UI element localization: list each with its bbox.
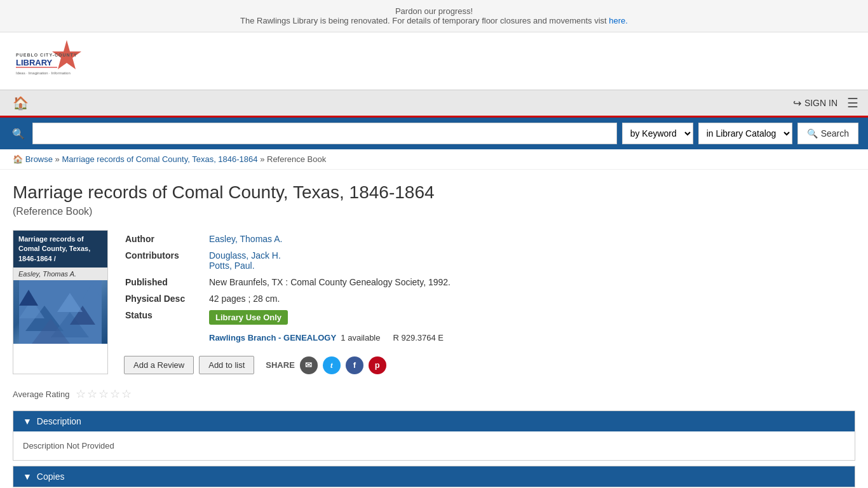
book-details: Marriage records of Comal County, Texas,… (13, 230, 855, 374)
star-rating: ☆ ☆ ☆ ☆ ☆ (76, 387, 132, 401)
site-logo: PUEBLO CITY-COUNTY LIBRARY Ideas · Imagi… (13, 39, 95, 83)
cover-artwork (19, 280, 102, 344)
author-value: Easley, Thomas A. (209, 231, 854, 247)
author-link[interactable]: Easley, Thomas A. (209, 234, 282, 244)
svg-text:PUEBLO CITY-COUNTY: PUEBLO CITY-COUNTY (16, 53, 78, 57)
description-body: Description Not Provided (13, 431, 855, 460)
sign-in-label: SIGN IN (804, 98, 837, 108)
contributors-row: Contributors Douglass, Jack H. Potts, Pa… (125, 248, 854, 273)
breadcrumb-item2: Reference Book (267, 154, 326, 164)
logo-container: PUEBLO CITY-COUNTY LIBRARY Ideas · Imagi… (13, 39, 95, 83)
star-3[interactable]: ☆ (98, 387, 109, 401)
copies-section: ▼ Copies (13, 466, 855, 487)
share-label: SHARE (266, 360, 295, 370)
share-facebook-button[interactable]: f (346, 356, 363, 374)
add-review-button[interactable]: Add a Review (124, 356, 194, 374)
rating-row: Average Rating ☆ ☆ ☆ ☆ ☆ (13, 387, 855, 401)
search-input[interactable] (32, 123, 617, 144)
breadcrumb-home-icon: 🏠 (13, 154, 23, 164)
share-pinterest-button[interactable]: p (369, 356, 386, 374)
description-section: ▼ Description Description Not Provided (13, 410, 855, 461)
svg-text:Ideas · Imagination · Informat: Ideas · Imagination · Information (16, 71, 71, 75)
share-section: SHARE ✉ t f p (266, 356, 386, 374)
description-text: Description Not Provided (23, 441, 114, 451)
search-button[interactable]: 🔍 Search (797, 123, 858, 144)
author-row: Author Easley, Thomas A. (125, 231, 854, 247)
info-table: Author Easley, Thomas A. Contributors Do… (124, 230, 855, 346)
breadcrumb-sep2: » (260, 154, 267, 164)
star-5[interactable]: ☆ (121, 387, 132, 401)
share-email-button[interactable]: ✉ (300, 356, 318, 374)
search-icon: 🔍 (12, 128, 25, 139)
description-header-label: Description (37, 416, 81, 426)
copies-chevron-icon: ▼ (23, 471, 32, 482)
svg-text:LIBRARY: LIBRARY (16, 58, 53, 67)
banner-line2: The Rawlings Library is being renovated.… (13, 16, 855, 25)
contributor2-link[interactable]: Potts, Paul. (209, 261, 255, 271)
copies-header-label: Copies (37, 471, 65, 482)
availability-row: Rawlings Branch - GENEALOGY 1 available … (209, 333, 854, 342)
pinterest-icon: p (375, 360, 380, 370)
branch-info: Rawlings Branch - GENEALOGY 1 available (209, 333, 380, 342)
site-header: PUEBLO CITY-COUNTY LIBRARY Ideas · Imagi… (0, 32, 868, 90)
cover-author: Easley, Thomas A. (13, 268, 107, 280)
share-twitter-button[interactable]: t (323, 356, 341, 374)
menu-button[interactable]: ☰ (847, 95, 858, 111)
description-chevron-icon: ▼ (23, 416, 32, 426)
published-value: New Braunfels, TX : Comal County Genealo… (209, 274, 854, 290)
branch-available: 1 available (341, 333, 380, 342)
copies-header[interactable]: ▼ Copies (13, 466, 855, 487)
cover-title: Marriage records of Comal County, Texas,… (13, 231, 107, 268)
sign-in-arrow-icon: ↪ (793, 97, 801, 109)
breadcrumb: 🏠 Browse » Marriage records of Comal Cou… (0, 149, 868, 170)
navbar: 🏠 ↪ SIGN IN ☰ (0, 90, 868, 118)
search-scope-select[interactable]: in Library Catalog in Website in Events (698, 123, 792, 144)
action-buttons: Add a Review Add to list SHARE ✉ t f p (124, 356, 855, 374)
renovation-banner: Pardon our progress! The Rawlings Librar… (0, 0, 868, 32)
sign-in-button[interactable]: ↪ SIGN IN (793, 97, 837, 109)
email-icon: ✉ (305, 360, 312, 370)
cover-image (13, 280, 107, 344)
star-2[interactable]: ☆ (87, 387, 97, 401)
breadcrumb-home-link[interactable]: Browse (25, 154, 53, 164)
book-cover: Marriage records of Comal County, Texas,… (13, 230, 108, 374)
book-info: Author Easley, Thomas A. Contributors Do… (124, 230, 855, 374)
author-label: Author (125, 231, 208, 247)
contributors-value: Douglass, Jack H. Potts, Paul. (209, 248, 854, 273)
physical-desc-value: 42 pages ; 28 cm. (209, 291, 854, 306)
description-header[interactable]: ▼ Description (13, 411, 855, 431)
navbar-left: 🏠 (10, 92, 32, 114)
search-btn-label: Search (821, 128, 849, 139)
home-button[interactable]: 🏠 (10, 92, 32, 114)
search-type-select[interactable]: by Keyword by Title by Author by Subject… (622, 123, 693, 144)
twitter-icon: t (330, 360, 333, 370)
search-bar: 🔍 by Keyword by Title by Author by Subje… (0, 118, 868, 149)
facebook-icon: f (353, 360, 356, 370)
add-to-list-button[interactable]: Add to list (199, 356, 254, 374)
breadcrumb-sep1: » (55, 154, 62, 164)
search-btn-icon: 🔍 (807, 128, 818, 139)
contributors-label: Contributors (125, 248, 208, 273)
average-rating-label: Average Rating (13, 390, 69, 399)
status-badge: Library Use Only (209, 310, 288, 325)
status-label: Status (125, 308, 208, 345)
branch-name: Rawlings Branch - GENEALOGY (209, 333, 336, 342)
page-title: Marriage records of Comal County, Texas,… (13, 182, 855, 203)
status-value: Library Use Only Rawlings Branch - GENEA… (209, 308, 854, 345)
breadcrumb-item1-link[interactable]: Marriage records of Comal County, Texas,… (62, 154, 257, 164)
contributor1-link[interactable]: Douglass, Jack H. (209, 250, 281, 261)
banner-link[interactable]: here. (609, 16, 628, 25)
search-icon-button[interactable]: 🔍 (10, 125, 27, 142)
published-row: Published New Braunfels, TX : Comal Coun… (125, 274, 854, 290)
physical-desc-row: Physical Desc 42 pages ; 28 cm. (125, 291, 854, 306)
star-4[interactable]: ☆ (110, 387, 120, 401)
banner-line1: Pardon our progress! (13, 6, 855, 16)
star-1[interactable]: ☆ (76, 387, 86, 401)
published-label: Published (125, 274, 208, 290)
physical-desc-label: Physical Desc (125, 291, 208, 306)
navbar-right: ↪ SIGN IN ☰ (793, 95, 858, 111)
main-content: Marriage records of Comal County, Texas,… (0, 170, 868, 488)
status-row: Status Library Use Only Rawlings Branch … (125, 308, 854, 345)
book-type: (Reference Book) (13, 206, 855, 217)
call-number: R 929.3764 E (393, 333, 444, 342)
